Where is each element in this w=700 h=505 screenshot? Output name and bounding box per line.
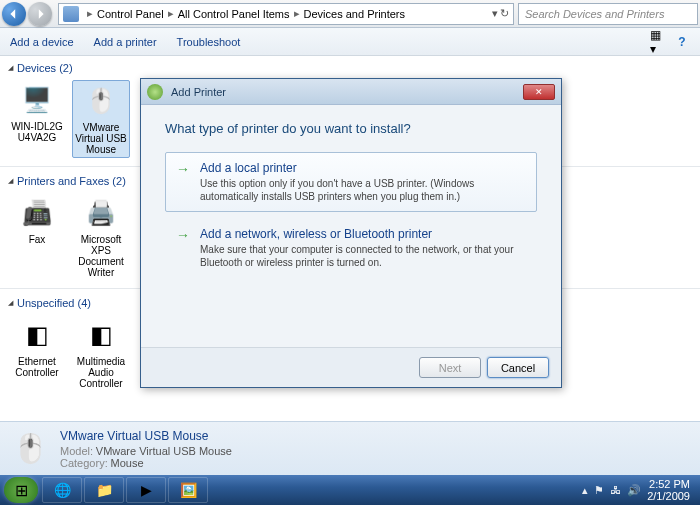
chevron-right-icon: ▸ [168,7,174,20]
group-header[interactable]: Devices (2) [8,62,692,74]
refresh-icon[interactable]: ↻ [500,7,509,20]
tray-flag-icon[interactable]: ⚑ [594,484,604,497]
chevron-right-icon: ▸ [87,7,93,20]
device-item[interactable]: 🖱️VMware Virtual USB Mouse [72,80,130,158]
printer-option[interactable]: →Add a local printerUse this option only… [165,152,537,212]
nav-forward-button[interactable] [28,2,52,26]
details-model-label: Model: [60,445,93,457]
nav-back-button[interactable] [2,2,26,26]
breadcrumb-item[interactable]: Devices and Printers [304,8,406,20]
details-category-label: Category: [60,457,108,469]
taskbar[interactable]: ⊞ 🌐📁▶🖼️ ▴ ⚑ 🖧 🔊 2:52 PM 2/1/2009 [0,475,700,505]
device-icon: 🖥️ [17,82,57,118]
option-title: Add a local printer [200,161,526,175]
details-title: VMware Virtual USB Mouse [60,429,232,443]
device-label: Ethernet Controller [10,356,64,378]
next-button[interactable]: Next [419,357,481,378]
cancel-button[interactable]: Cancel [487,357,549,378]
tray-network-icon[interactable]: 🖧 [610,484,621,496]
device-label: Fax [10,234,64,245]
device-icon: 📠 [17,195,57,231]
dialog-heading: What type of printer do you want to inst… [165,121,537,136]
dropdown-icon[interactable]: ▾ [492,7,498,20]
printer-option[interactable]: →Add a network, wireless or Bluetooth pr… [165,218,537,278]
tray-volume-icon[interactable]: 🔊 [627,484,641,497]
taskbar-app[interactable]: 🖼️ [168,477,208,503]
option-desc: Use this option only if you don't have a… [200,177,526,203]
wizard-back-icon [147,84,163,100]
device-icon: 🖨️ [81,195,121,231]
device-item[interactable]: ◧Multimedia Audio Controller [72,315,130,391]
start-button[interactable]: ⊞ [4,477,38,503]
breadcrumb-item[interactable]: All Control Panel Items [178,8,290,20]
details-category: Mouse [110,457,143,469]
taskbar-app[interactable]: 📁 [84,477,124,503]
add-printer-dialog: Add Printer ✕ What type of printer do yo… [140,78,562,388]
close-button[interactable]: ✕ [523,84,555,100]
breadcrumb[interactable]: ▸ Control Panel ▸ All Control Panel Item… [58,3,514,25]
breadcrumb-root-icon [63,6,79,22]
device-item[interactable]: 🖨️Microsoft XPS Document Writer [72,193,130,280]
clock-time: 2:52 PM [647,478,690,490]
dialog-footer: Next Cancel [141,347,561,387]
arrow-right-icon: → [176,161,190,203]
device-label: Multimedia Audio Controller [74,356,128,389]
help-icon[interactable]: ? [674,34,690,50]
breadcrumb-item[interactable]: Control Panel [97,8,164,20]
tray-show-hidden-icon[interactable]: ▴ [582,484,588,497]
arrow-right-icon: → [176,227,190,269]
clock[interactable]: 2:52 PM 2/1/2009 [647,478,690,502]
device-item[interactable]: 📠Fax [8,193,66,280]
device-label: VMware Virtual USB Mouse [75,122,127,155]
device-label: Microsoft XPS Document Writer [74,234,128,278]
taskbar-app[interactable]: ▶ [126,477,166,503]
clock-date: 2/1/2009 [647,490,690,502]
add-printer-link[interactable]: Add a printer [94,36,157,48]
dialog-titlebar[interactable]: Add Printer ✕ [141,79,561,105]
option-desc: Make sure that your computer is connecte… [200,243,526,269]
view-options-icon[interactable]: ▦ ▾ [650,34,666,50]
device-label: WIN-IDL2G U4VA2G [10,121,64,143]
add-device-link[interactable]: Add a device [10,36,74,48]
option-title: Add a network, wireless or Bluetooth pri… [200,227,526,241]
taskbar-app[interactable]: 🌐 [42,477,82,503]
chevron-right-icon: ▸ [294,7,300,20]
search-input[interactable]: Search Devices and Printers [518,3,698,25]
device-item[interactable]: 🖥️WIN-IDL2G U4VA2G [8,80,66,158]
device-icon: 🖱️ [81,83,121,119]
mouse-icon: 🖱️ [10,429,50,469]
device-icon: ◧ [81,317,121,353]
system-tray[interactable]: ▴ ⚑ 🖧 🔊 2:52 PM 2/1/2009 [582,478,696,502]
troubleshoot-link[interactable]: Troubleshoot [177,36,241,48]
device-item[interactable]: ◧Ethernet Controller [8,315,66,391]
device-icon: ◧ [17,317,57,353]
details-pane: 🖱️ VMware Virtual USB Mouse Model: VMwar… [0,421,700,475]
dialog-title: Add Printer [171,86,226,98]
toolbar: Add a device Add a printer Troubleshoot … [0,28,700,56]
nav-bar: ▸ Control Panel ▸ All Control Panel Item… [0,0,700,28]
details-model: VMware Virtual USB Mouse [96,445,232,457]
